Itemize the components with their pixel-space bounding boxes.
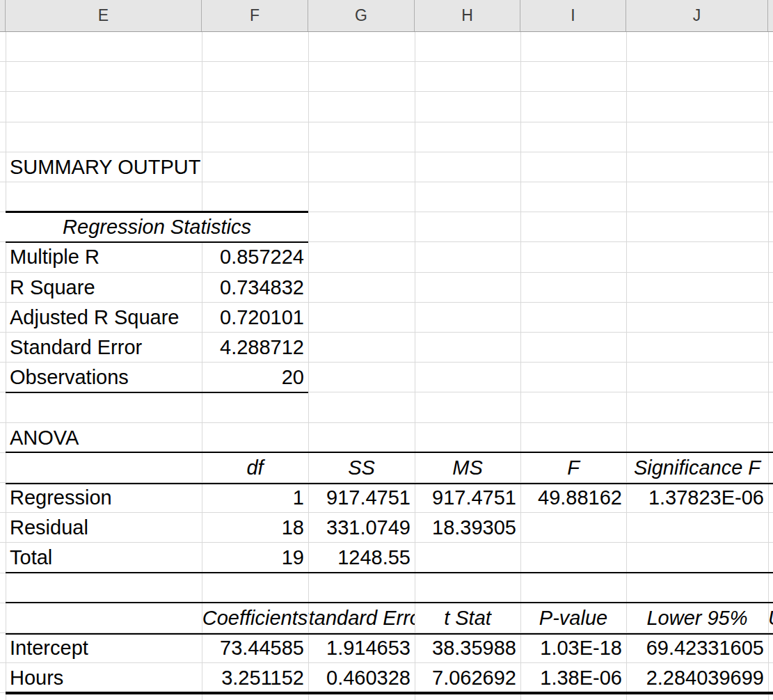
hours-coefficient[interactable]: 3.251152 [202, 663, 308, 693]
r-square-label[interactable]: R Square [6, 273, 202, 303]
anova-regression-df[interactable]: 1 [202, 483, 308, 513]
hours-lower-95[interactable]: 2.284039699 [626, 663, 768, 693]
border-anova-top [6, 452, 773, 454]
column-header-d-sliver[interactable] [0, 0, 6, 31]
anova-total-label[interactable]: Total [6, 543, 202, 573]
anova-header-f[interactable]: F [520, 453, 626, 483]
coef-header-coefficients[interactable]: Coefficients [202, 603, 308, 633]
row-anova-residual: Residual 18 331.0749 18.39305 [6, 513, 520, 543]
observations-value[interactable]: 20 [202, 363, 308, 392]
column-header-h[interactable]: H [415, 0, 520, 31]
coef-header-upper-95-sliver[interactable]: Upper 95% [768, 603, 773, 633]
multiple-r-value[interactable]: 0.857224 [202, 242, 308, 272]
row-anova-regression: Regression 1 917.4751 917.4751 49.88162 … [6, 483, 768, 513]
anova-header-ss[interactable]: SS [308, 453, 415, 483]
anova-regression-label[interactable]: Regression [6, 483, 202, 513]
row-standard-error: Standard Error 4.288712 [6, 333, 308, 363]
intercept-standard-error[interactable]: 1.914653 [308, 633, 415, 663]
anova-total-ss[interactable]: 1248.55 [308, 543, 415, 573]
row-multiple-r: Multiple R 0.857224 [6, 242, 308, 272]
row-regression-statistics-title: Regression Statistics [6, 212, 308, 242]
intercept-lower-95[interactable]: 69.42331605 [626, 633, 768, 663]
anova-regression-sig-f[interactable]: 1.37823E-06 [626, 483, 768, 513]
anova-residual-ss[interactable]: 331.0749 [308, 513, 415, 543]
r-square-value[interactable]: 0.734832 [202, 273, 308, 303]
gridline-vertical [626, 32, 627, 700]
coef-header-lower-95[interactable]: Lower 95% [626, 603, 768, 633]
anova-total-df[interactable]: 19 [202, 543, 308, 573]
anova-regression-ss[interactable]: 917.4751 [308, 483, 415, 513]
border-regstats-bottom [6, 392, 308, 393]
intercept-coefficient[interactable]: 73.44585 [202, 633, 308, 663]
regression-statistics-header-cell[interactable]: Regression Statistics [6, 212, 308, 242]
column-header-j[interactable]: J [626, 0, 768, 31]
observations-label[interactable]: Observations [6, 363, 202, 392]
hours-t-stat[interactable]: 7.062692 [415, 663, 520, 693]
intercept-p-value[interactable]: 1.03E-18 [520, 633, 626, 663]
border-anova-under-headers [6, 483, 773, 484]
row-coefficients-headers: Coefficients Standard Error t Stat P-val… [202, 603, 773, 633]
anova-header-significance-f[interactable]: Significance F [626, 453, 768, 483]
anova-residual-ms[interactable]: 18.39305 [415, 513, 520, 543]
intercept-t-stat[interactable]: 38.35988 [415, 633, 520, 663]
anova-header-df[interactable]: df [202, 453, 308, 483]
anova-regression-f[interactable]: 49.88162 [520, 483, 626, 513]
row-anova-total: Total 19 1248.55 [6, 543, 415, 573]
standard-error-value[interactable]: 4.288712 [202, 333, 308, 363]
border-regstats-under-title [6, 241, 308, 243]
column-header-e[interactable]: E [6, 0, 202, 31]
border-coef-under-headers [6, 633, 773, 635]
gridline-vertical [520, 32, 521, 700]
gridline-vertical [768, 32, 769, 700]
row-summary-output: SUMMARY OUTPUT [6, 152, 202, 182]
adjusted-r-square-label[interactable]: Adjusted R Square [6, 303, 202, 333]
coef-header-standard-error[interactable]: Standard Error [308, 603, 415, 633]
anova-title-cell[interactable]: ANOVA [6, 423, 202, 453]
row-anova-title: ANOVA [6, 423, 202, 453]
hours-p-value[interactable]: 1.38E-06 [520, 663, 626, 693]
row-observations: Observations 20 [6, 363, 308, 392]
column-header-f[interactable]: F [202, 0, 308, 31]
summary-output-cell[interactable]: SUMMARY OUTPUT [6, 152, 202, 182]
row-adjusted-r-square: Adjusted R Square 0.720101 [6, 303, 308, 333]
coef-header-t-stat[interactable]: t Stat [415, 603, 520, 633]
row-hours: Hours 3.251152 0.460328 7.062692 1.38E-0… [6, 663, 768, 693]
anova-header-ms[interactable]: MS [415, 453, 520, 483]
row-intercept: Intercept 73.44585 1.914653 38.35988 1.0… [6, 633, 768, 663]
intercept-label[interactable]: Intercept [6, 633, 202, 663]
column-header-i[interactable]: I [520, 0, 626, 31]
anova-regression-ms[interactable]: 917.4751 [415, 483, 520, 513]
hours-standard-error[interactable]: 0.460328 [308, 663, 415, 693]
spreadsheet: E F G H I J SUMMARY OUTPUT Regression St… [0, 0, 773, 700]
coef-header-p-value[interactable]: P-value [520, 603, 626, 633]
standard-error-label[interactable]: Standard Error [6, 333, 202, 363]
border-coef-top [6, 602, 773, 604]
border-regstats-top [6, 211, 308, 213]
hours-label[interactable]: Hours [6, 663, 202, 693]
gridline-vertical [308, 32, 309, 700]
border-anova-bottom [6, 572, 773, 573]
adjusted-r-square-value[interactable]: 0.720101 [202, 303, 308, 333]
border-coef-bottom [6, 692, 773, 694]
column-header-row: E F G H I J [0, 0, 773, 32]
row-anova-headers: df SS MS F Significance F [202, 453, 768, 483]
gridline-vertical [415, 32, 415, 700]
multiple-r-label[interactable]: Multiple R [6, 242, 202, 272]
row-r-square: R Square 0.734832 [6, 273, 308, 303]
anova-residual-df[interactable]: 18 [202, 513, 308, 543]
column-header-g[interactable]: G [308, 0, 415, 31]
anova-residual-label[interactable]: Residual [6, 513, 202, 543]
column-header-k-sliver[interactable] [768, 0, 773, 31]
